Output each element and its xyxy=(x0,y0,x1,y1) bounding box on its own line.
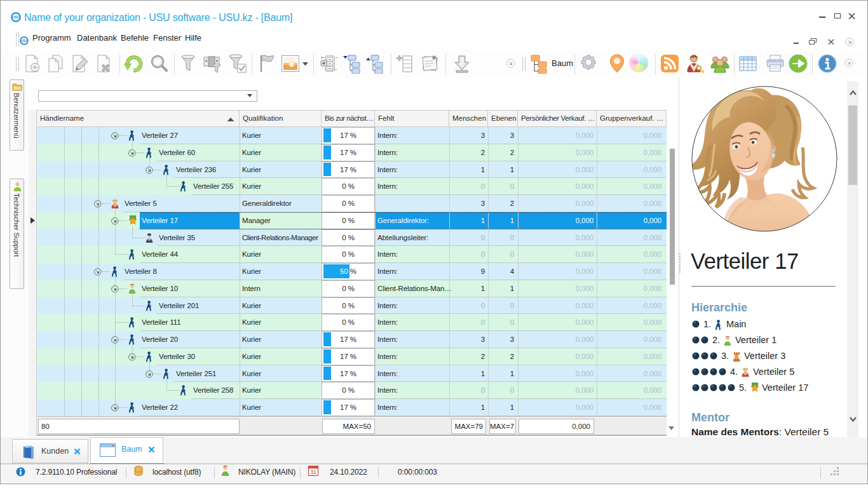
svg-text:USU: USU xyxy=(21,39,28,43)
svg-text:USU: USU xyxy=(12,15,20,19)
svg-text:31: 31 xyxy=(310,469,316,475)
